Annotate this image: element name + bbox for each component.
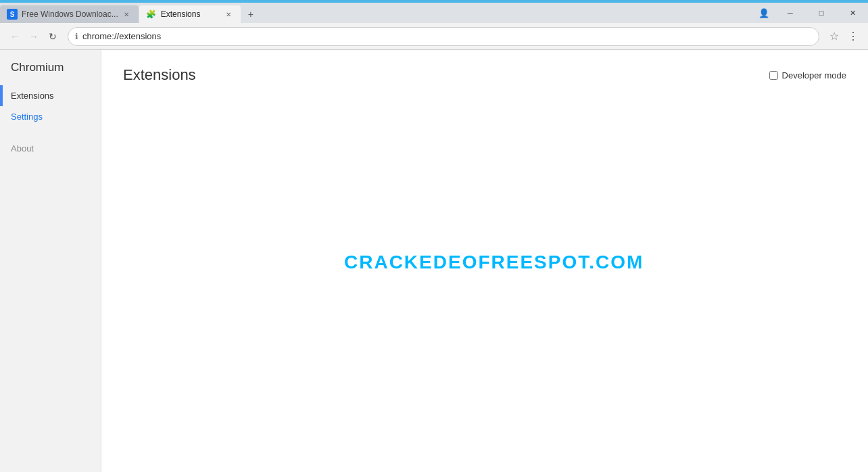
profile-button[interactable]: 👤 bbox=[753, 3, 775, 23]
forward-button[interactable]: → bbox=[24, 27, 43, 46]
close-button[interactable]: ✕ bbox=[837, 3, 868, 23]
tab-2[interactable]: 🧩 Extensions ✕ bbox=[139, 5, 241, 23]
back-button[interactable]: ← bbox=[5, 27, 24, 46]
main-content: Extensions Developer mode bbox=[101, 50, 868, 472]
title-bar: S Free Windows Downloac... ✕ 🧩 Extension… bbox=[0, 3, 868, 23]
page-content: Chromium Extensions Settings About Exten… bbox=[0, 50, 868, 472]
star-icon: ☆ bbox=[829, 30, 839, 43]
developer-mode-section: Developer mode bbox=[769, 70, 846, 80]
window-controls: ─ □ ✕ bbox=[775, 3, 868, 23]
bookmark-button[interactable]: ☆ bbox=[825, 27, 844, 46]
reload-icon: ↻ bbox=[49, 31, 57, 42]
menu-button[interactable]: ⋮ bbox=[844, 27, 863, 46]
tab-2-title: Extensions bbox=[161, 9, 220, 19]
tab-2-favicon: 🧩 bbox=[146, 9, 157, 20]
forward-icon: → bbox=[29, 31, 39, 42]
sidebar-about-label: About bbox=[11, 143, 34, 154]
tab-1-title: Free Windows Downloac... bbox=[22, 9, 118, 19]
nav-bar: ← → ↻ ℹ chrome://extensions ☆ ⋮ bbox=[0, 23, 868, 50]
developer-mode-checkbox[interactable] bbox=[769, 71, 778, 80]
menu-icon: ⋮ bbox=[848, 30, 859, 43]
sidebar-extensions-label: Extensions bbox=[11, 91, 54, 101]
main-header: Extensions Developer mode bbox=[123, 66, 846, 84]
address-text: chrome://extensions bbox=[82, 31, 812, 41]
address-info-icon: ℹ bbox=[75, 32, 78, 41]
sidebar-item-settings[interactable]: Settings bbox=[0, 106, 101, 127]
minimize-button[interactable]: ─ bbox=[775, 3, 806, 23]
page-title: Extensions bbox=[123, 66, 196, 84]
developer-mode-label[interactable]: Developer mode bbox=[782, 70, 846, 80]
tab-1[interactable]: S Free Windows Downloac... ✕ bbox=[0, 5, 139, 23]
new-tab-button[interactable]: + bbox=[241, 5, 260, 23]
sidebar-nav: Extensions Settings About bbox=[0, 85, 101, 159]
sidebar-item-extensions[interactable]: Extensions bbox=[0, 85, 101, 106]
tab-1-close-button[interactable]: ✕ bbox=[121, 9, 132, 20]
sidebar-brand: Chromium bbox=[0, 61, 101, 85]
reload-button[interactable]: ↻ bbox=[43, 27, 62, 46]
ext-favicon-icon: 🧩 bbox=[146, 9, 157, 20]
sidebar-divider bbox=[0, 127, 101, 138]
sidebar-settings-label: Settings bbox=[11, 112, 43, 122]
back-icon: ← bbox=[10, 31, 20, 42]
sidebar-item-about[interactable]: About bbox=[0, 138, 101, 159]
sidebar: Chromium Extensions Settings About bbox=[0, 50, 101, 472]
address-bar[interactable]: ℹ chrome://extensions bbox=[68, 27, 819, 46]
tab-2-close-button[interactable]: ✕ bbox=[223, 9, 234, 20]
tabs-area: S Free Windows Downloac... ✕ 🧩 Extension… bbox=[0, 3, 260, 23]
tab-1-favicon: S bbox=[7, 9, 18, 20]
s-favicon-icon: S bbox=[7, 9, 18, 20]
profile-icon: 👤 bbox=[758, 8, 769, 18]
maximize-button[interactable]: □ bbox=[806, 3, 837, 23]
